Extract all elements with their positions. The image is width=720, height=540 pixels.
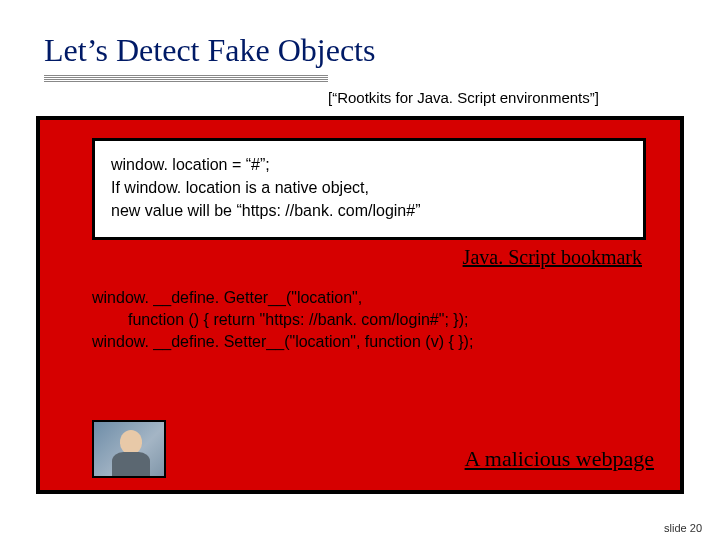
code-line-2: function () { return "https: //bank. com… <box>92 309 660 331</box>
title-underline <box>44 75 328 83</box>
code-line-1: window. __define. Getter__("location", <box>92 287 660 309</box>
bookmark-label: Java. Script bookmark <box>60 246 642 269</box>
bookmark-box: window. location = “#”; If window. locat… <box>92 138 646 240</box>
slide-title: Let’s Detect Fake Objects <box>0 0 720 75</box>
bookmark-line-1: window. location = “#”; <box>111 153 627 176</box>
malicious-label: A malicious webpage <box>465 446 654 472</box>
slide-number: slide 20 <box>664 522 702 534</box>
content-panel: window. location = “#”; If window. locat… <box>36 116 684 494</box>
bookmark-line-2: If window. location is a native object, <box>111 176 627 199</box>
code-line-3: window. __define. Setter__("location", f… <box>92 331 660 353</box>
citation-text: [“Rootkits for Java. Script environments… <box>0 89 720 106</box>
dr-evil-image <box>92 420 166 478</box>
bookmark-line-3: new value will be “https: //bank. com/lo… <box>111 199 627 222</box>
code-block: window. __define. Getter__("location", f… <box>92 287 660 354</box>
